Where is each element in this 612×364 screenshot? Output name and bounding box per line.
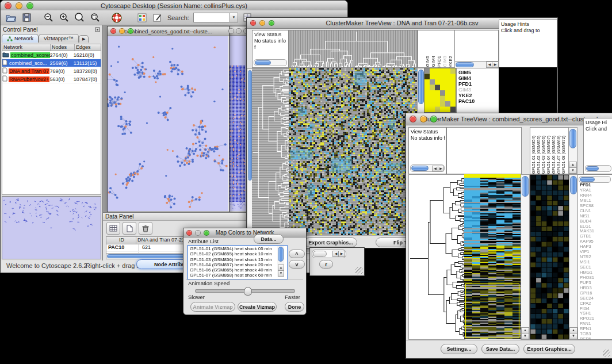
search-input[interactable] — [193, 13, 230, 22]
treeview2-row-dendrogram[interactable] — [408, 174, 465, 340]
node-count: 2569(6) — [50, 60, 74, 66]
new-attribute-icon[interactable] — [123, 222, 136, 235]
resize-grip-icon[interactable] — [355, 267, 363, 274]
save-data-button[interactable]: Save Data... — [481, 344, 519, 354]
animation-speed-slider[interactable] — [195, 289, 295, 293]
row-id: PAC10 — [106, 244, 139, 251]
treeview1-row-dendrogram[interactable] — [252, 68, 289, 235]
save-icon[interactable] — [21, 12, 32, 24]
tab-vizmapper[interactable]: VizMapper™ — [39, 34, 79, 43]
done-button[interactable]: Done — [285, 302, 304, 312]
minimize-icon[interactable] — [236, 28, 242, 34]
export-graphics-button[interactable]: Export Graphics... — [304, 237, 357, 247]
table-mode-icon[interactable] — [106, 222, 120, 235]
zoom-selected-icon[interactable] — [89, 12, 101, 24]
tab-network[interactable]: Network — [2, 34, 39, 43]
attribute-list[interactable]: GPL51-01 (GSM854) heat shock 05 minGPL51… — [187, 245, 288, 280]
open-file-icon[interactable] — [5, 12, 17, 24]
network-table-row[interactable]: combined_scores2764(0)16218(0) — [2, 51, 101, 59]
close-icon[interactable] — [186, 230, 192, 236]
attribute-list-item[interactable]: GPL51-07 (GSM868) heat shock 60 min — [188, 273, 287, 278]
attribute-list-vscrollbar[interactable]: ▲ ▼ — [277, 246, 284, 277]
treeview2-column-labels: GPL51-01 (GSM854)GPL51-02 (GSM855)GPL51-… — [530, 127, 570, 174]
search-dropdown-icon[interactable]: ▼ — [230, 13, 238, 22]
treeview2-heatmap-vscrollbar[interactable]: ▲ ▼ — [521, 174, 530, 340]
close-icon[interactable] — [410, 116, 416, 122]
move-up-button[interactable]: ^ — [289, 250, 305, 258]
help-lifering-icon[interactable] — [111, 12, 123, 24]
control-panel: Control Panel Network VizMapper™ ▶ Netwo… — [1, 25, 103, 261]
treeview2-heatmap[interactable] — [464, 174, 521, 339]
network-table-row[interactable]: RNAPuberNov2+563(0)107847(0) — [2, 75, 101, 83]
view-status-hscrollbar[interactable] — [254, 59, 287, 66]
treeview2-zoom-vscrollbar[interactable]: ▲ ▼ — [569, 174, 578, 340]
zoom-fit-icon[interactable] — [74, 12, 85, 24]
gene-label[interactable]: GIM5 — [458, 70, 499, 75]
close-icon[interactable] — [5, 2, 12, 9]
close-icon[interactable] — [250, 20, 256, 26]
annotation-icon[interactable] — [152, 12, 163, 24]
settings-button[interactable]: Settings... — [441, 344, 477, 354]
tab-more-arrow[interactable]: ▶ — [79, 35, 89, 43]
network-table-row[interactable]: DNA and Tran 07769(0)183728(0) — [2, 67, 101, 75]
gene-list-hscrollbar[interactable] — [579, 176, 611, 183]
network-canvas-dense[interactable] — [227, 36, 247, 211]
gene-label[interactable]: GIM4 — [458, 75, 499, 81]
network-view-window-2 — [226, 26, 249, 212]
minimize-icon[interactable] — [259, 20, 265, 26]
fragment-hscrollbar[interactable]: ◀ ▶ — [312, 250, 346, 258]
network-table-row[interactable]: combined_sco...2569(6)13112(15) — [2, 59, 101, 67]
attribute-list-item[interactable]: GPL51-04 (GSM857) heat shock 20 min — [188, 262, 287, 267]
column-label: GPL51-06 (GSM865) — [552, 136, 557, 174]
desktop: Cytoscape Desktop (Session Name: collins… — [0, 0, 612, 364]
network-canvas[interactable] — [108, 36, 228, 211]
treeview2-zoom-heatmap[interactable] — [530, 174, 569, 340]
create-vizmap-button[interactable]: Create Vizmap — [238, 302, 277, 312]
attribute-browser-icon[interactable] — [136, 12, 148, 24]
export-graphics-button[interactable]: Export Graphics... — [523, 344, 575, 354]
resize-grip-icon[interactable] — [603, 350, 610, 357]
zoom-window-icon[interactable] — [269, 20, 274, 26]
delete-attribute-icon[interactable] — [139, 222, 152, 235]
main-titlebar[interactable]: Cytoscape Desktop (Session Name: collins… — [1, 1, 347, 11]
move-down-button[interactable]: v — [289, 260, 305, 269]
zoom-window-icon[interactable] — [26, 2, 33, 9]
zoom-out-icon[interactable] — [43, 12, 54, 24]
minimize-icon[interactable] — [420, 116, 427, 122]
treeview1-zoom-matrix[interactable] — [424, 68, 456, 113]
animate-vizmap-button[interactable]: Animate Vizmap — [190, 302, 235, 312]
save-data-fragment-button[interactable]: Data... — [254, 234, 284, 244]
usage-hints-hscrollbar[interactable] — [585, 165, 611, 172]
minimize-icon[interactable] — [119, 28, 125, 34]
treeview1-column-dendrogram[interactable] — [289, 30, 418, 68]
zoom-in-icon[interactable] — [58, 12, 70, 24]
zoom-window-icon[interactable] — [204, 230, 209, 236]
attribute-list-item[interactable]: GPL51-06 (GSM865) heat shock 40 min — [188, 267, 287, 273]
treeview2-view-status: View Status No status info f ◀ ▶ — [408, 127, 446, 174]
attribute-list-item[interactable]: GPL51-03 (GSM856) heat shock 15 min — [188, 257, 287, 262]
treeview2-labels-vscrollbar[interactable]: ▲ ▼ — [568, 127, 577, 174]
gene-label[interactable]: YKE2 — [458, 93, 499, 98]
close-icon[interactable] — [110, 28, 116, 34]
treeview1-heatmap[interactable] — [289, 68, 417, 235]
close-icon[interactable] — [228, 28, 234, 34]
view-status-hscrollbar[interactable]: ◀ ▶ — [410, 164, 445, 172]
file-icon — [2, 75, 7, 83]
attribute-list-item[interactable]: GPL51-01 (GSM854) heat shock 05 min — [188, 246, 287, 251]
treeview1-view-status: View Status No status info f — [252, 30, 289, 68]
network-overview-panel — [2, 196, 101, 259]
minimize-icon[interactable] — [16, 2, 22, 9]
column-label: GPL51-08 (GSM872) — [561, 136, 567, 174]
faster-label: Faster — [285, 294, 300, 300]
attribute-list-item[interactable]: GPL51-02 (GSM855) heat shock 10 min — [188, 251, 287, 256]
treeview2-gene-list[interactable]: PFD1YRA1RNR4MSL1SPC98CLN1NIS1BUD4ELG1MAK… — [577, 174, 612, 340]
minimize-icon[interactable] — [195, 230, 201, 236]
node-count: 563(0) — [50, 76, 74, 82]
zoom-window-icon[interactable] — [430, 116, 437, 122]
fragment-button[interactable]: r — [319, 260, 333, 269]
treeview1-bottom-panel: ◀ ▶ r — [309, 247, 365, 276]
gene-label[interactable]: PAC10 — [458, 98, 499, 104]
zoom-window-icon[interactable] — [128, 28, 133, 34]
gene-label[interactable]: GIM3 — [458, 87, 499, 93]
gene-label[interactable]: PFD1 — [458, 81, 499, 87]
